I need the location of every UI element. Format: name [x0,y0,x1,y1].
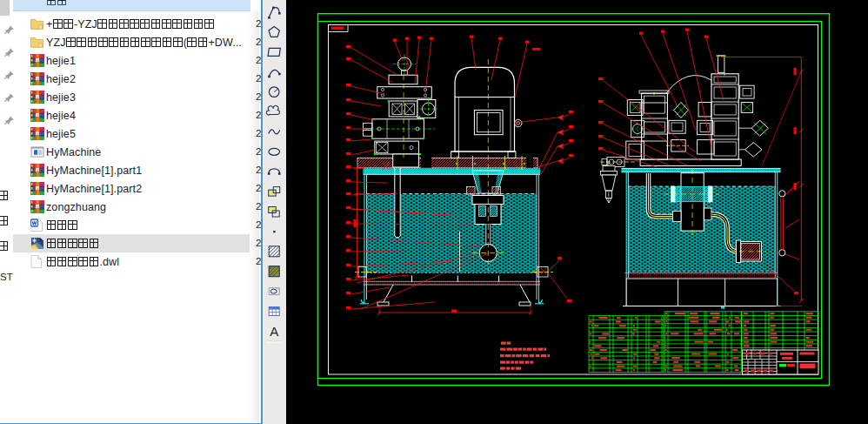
svg-text:A: A [270,324,278,339]
